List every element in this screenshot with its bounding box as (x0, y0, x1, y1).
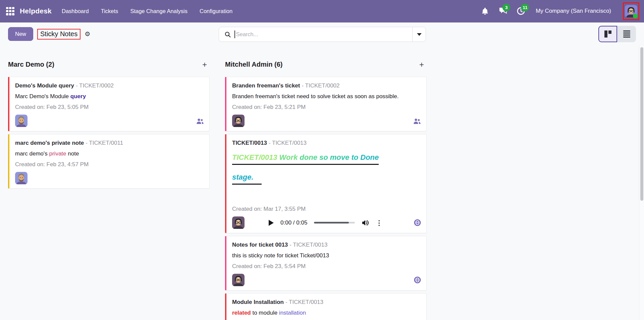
messages-badge: 3 (502, 4, 510, 11)
avatar-mitchell (232, 115, 245, 127)
card-title: marc demo's private note- TICKET/0011 (15, 139, 204, 147)
card-body: Marc Demo's Module query (15, 92, 198, 101)
list-view-icon (623, 30, 630, 38)
globe-icon (414, 276, 421, 283)
annotation-box-breadcrumb: Sticky Notes (37, 29, 80, 40)
card-created: Created on: Feb 23, 5:21 PM (232, 103, 421, 111)
kanban-column-mitchell-admin: Mitchell Admin (6) + Branden freeman's t… (225, 61, 427, 320)
apps-grid-icon[interactable] (6, 7, 14, 15)
control-bar: New Sticky Notes ⚙ (0, 22, 644, 46)
online-status-dot (633, 14, 638, 18)
card-body: Branden freeman's ticket need to solve t… (232, 92, 415, 101)
styled-note-line: stage. (232, 172, 421, 185)
card-created: Created on: Mar 17, 3:55 PM (232, 205, 421, 213)
ticket-ref: - TICKET/0013 (269, 140, 307, 146)
gear-icon[interactable]: ⚙ (85, 31, 90, 37)
avatar-mitchell (232, 216, 245, 229)
column-title: Mitchell Admin (6) (225, 61, 282, 68)
kanban-card[interactable]: marc demo's private note- TICKET/0011 ma… (8, 134, 210, 189)
kanban-card[interactable]: Branden freeman's ticket- TICKET/0002 Br… (225, 77, 427, 131)
styled-note-line: TICKET/0013 Work done so move to Done (232, 152, 421, 165)
audio-time: 0:00 / 0:05 (280, 219, 307, 226)
kanban-card-clipped[interactable]: Module Installation- TICKET/0013 related… (225, 293, 427, 320)
search-options-toggle[interactable] (412, 27, 426, 42)
ticket-ref: - TICKET/0013 (289, 242, 327, 248)
kanban-board: Marc Demo (2) + Demo's Module query- TIC… (0, 46, 644, 320)
ticket-ref: - TICKET/0011 (86, 140, 123, 146)
kanban-column-marc-demo: Marc Demo (2) + Demo's Module query- TIC… (8, 61, 210, 189)
bell-icon (481, 7, 489, 15)
search-bar[interactable] (219, 27, 426, 42)
kanban-card[interactable]: Notes for ticket 0013- TICKET/0013 this … (225, 236, 427, 291)
top-navbar: Helpdesk Dashboard Tickets Stage Change … (0, 0, 644, 22)
app-title: Helpdesk (20, 7, 52, 15)
chevron-down-icon (417, 33, 422, 36)
add-card-button[interactable]: + (202, 61, 207, 68)
company-switcher[interactable]: My Company (San Francisco) (536, 8, 611, 14)
kanban-view-icon (604, 30, 611, 38)
avatar-marc (15, 172, 28, 184)
vertical-scrollbar-thumb[interactable] (640, 47, 643, 201)
messages-icon-wrap[interactable]: 3 (498, 7, 507, 15)
ticket-ref: - TICKET/0002 (76, 82, 114, 89)
card-body: this is sticky note for ticket Ticket/00… (232, 251, 415, 260)
main-menu: Dashboard Tickets Stage Change Analysis … (62, 8, 232, 14)
avatar-marc (15, 115, 28, 127)
kanban-card-with-audio[interactable]: TICKET/0013- TICKET/0013 TICKET/0013 Wor… (225, 134, 427, 233)
vertical-scrollbar-track[interactable] (639, 46, 644, 320)
nav-item-stage-change-analysis[interactable]: Stage Change Analysis (130, 8, 187, 14)
card-title: TICKET/0013- TICKET/0013 (232, 139, 421, 147)
ticket-ref: - TICKET/0002 (302, 82, 339, 89)
nav-item-dashboard[interactable]: Dashboard (62, 8, 89, 14)
new-button[interactable]: New (8, 27, 33, 41)
audio-progress-bar[interactable] (314, 222, 355, 223)
ticket-ref: - TICKET/0013 (285, 299, 323, 305)
audio-progress-fill (314, 222, 349, 223)
nav-item-configuration[interactable]: Configuration (200, 8, 232, 14)
kebab-menu-icon[interactable]: ⋮ (376, 219, 382, 227)
search-input[interactable] (235, 31, 413, 38)
breadcrumb: Sticky Notes (40, 30, 77, 38)
card-created: Created on: Feb 23, 5:05 PM (15, 103, 204, 111)
avatar-mitchell (232, 274, 245, 286)
card-title: Branden freeman's ticket- TICKET/0002 (232, 81, 421, 90)
view-switcher (598, 26, 636, 42)
play-button[interactable] (269, 220, 274, 226)
card-body: marc demo's private note (15, 149, 198, 158)
card-created: Created on: Feb 23, 4:57 PM (15, 160, 204, 169)
card-title: Module Installation- TICKET/0013 (232, 298, 421, 306)
kanban-card[interactable]: Demo's Module query- TICKET/0002 Marc De… (8, 77, 210, 131)
activities-badge: 11 (521, 4, 529, 11)
kanban-view-button[interactable] (598, 26, 617, 42)
add-card-button[interactable]: + (419, 61, 424, 68)
notifications-bell-icon[interactable] (481, 7, 489, 15)
annotation-box-avatar (623, 2, 639, 20)
card-body: related to module installation (232, 309, 415, 317)
members-icon (196, 117, 204, 125)
audio-player: 0:00 / 0:05 ⋮ (269, 219, 414, 227)
card-created: Created on: Feb 23, 5:54 PM (232, 262, 421, 270)
card-title: Demo's Module query- TICKET/0002 (15, 81, 204, 90)
search-icon (225, 31, 231, 38)
members-icon (413, 117, 421, 125)
activities-icon-wrap[interactable]: 11 (517, 7, 525, 15)
nav-item-tickets[interactable]: Tickets (101, 8, 118, 14)
list-view-button[interactable] (617, 26, 636, 42)
volume-icon[interactable] (362, 219, 369, 226)
column-title: Marc Demo (2) (8, 61, 54, 68)
card-title: Notes for ticket 0013- TICKET/0013 (232, 241, 421, 249)
globe-icon (414, 219, 421, 226)
